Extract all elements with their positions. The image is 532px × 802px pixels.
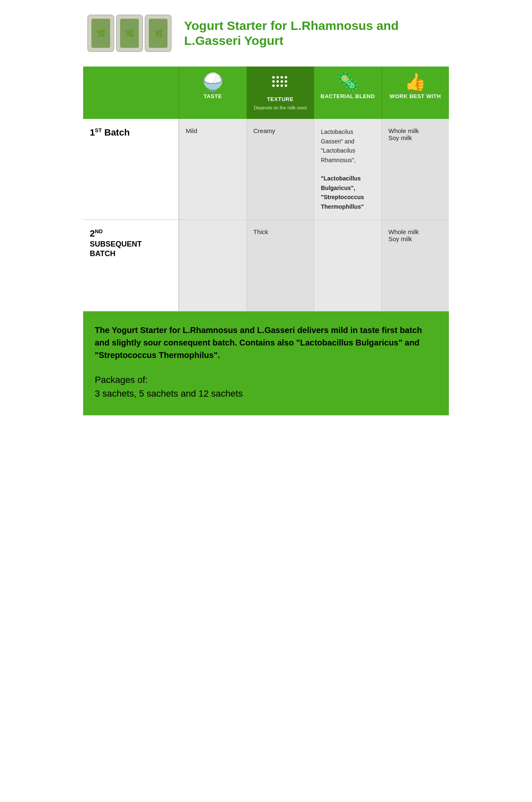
first-batch-taste: Mild (179, 119, 246, 220)
footer-packages-value: 3 sachets, 5 sachets and 12 sachets (95, 388, 243, 399)
svg-point-1 (276, 76, 279, 79)
row-superscript-1: st (95, 127, 102, 133)
col-header-bacterial: 🦠 BACTERIAL BLEND (314, 67, 382, 119)
footer-packages: Packages of: 3 sachets, 5 sachets and 12… (95, 373, 437, 400)
bacterial-normal-text: Lactobacilus Gasseri" and "Lactobacilus … (321, 128, 356, 163)
second-batch-workbest: Whole milk Soy milk (382, 220, 449, 311)
first-batch-bacterial-content: Lactobacilus Gasseri" and "Lactobacilus … (321, 127, 375, 211)
svg-point-4 (272, 80, 275, 83)
first-batch-workbest: Whole milk Soy milk (382, 119, 449, 220)
bacterial-label: BACTERIAL BLEND (320, 93, 375, 99)
svg-point-10 (281, 84, 283, 87)
sachet-icon-1: 🌿 (96, 29, 106, 38)
svg-point-2 (281, 76, 283, 79)
page-title: Yogurt Starter for L.Rhamnosus and L.Gas… (184, 18, 441, 48)
svg-point-9 (276, 84, 279, 87)
logo-sachets: 🌿 🌿 🌿 (87, 15, 172, 52)
svg-point-5 (276, 80, 279, 83)
second-batch-texture: Thick (246, 220, 314, 311)
svg-point-8 (272, 84, 275, 87)
footer-packages-label: Packages of: (95, 375, 148, 385)
sachet-1: 🌿 (87, 15, 114, 52)
first-batch-taste-value: Mild (186, 127, 197, 134)
svg-point-7 (285, 80, 287, 83)
taste-icon: 🍚 (202, 73, 224, 91)
texture-sublabel: Depends on the milk used (254, 105, 307, 111)
row-label-subsequent: SUBSEQUENT (90, 240, 142, 249)
first-batch-texture: Creamy (246, 119, 314, 220)
col-header-workbest: 👍 WORK BEST WITH (382, 67, 449, 119)
workbest-label: WORK BEST WITH (390, 93, 441, 99)
column-headers-row: 🍚 TASTE TEXTURE Depends on the milk used (83, 67, 449, 119)
second-batch-texture-value: Thick (254, 228, 268, 235)
svg-point-0 (272, 76, 275, 79)
bacterial-bold-text: "Lactobacillus Bulgaricus", "Streptococc… (321, 175, 364, 210)
svg-point-3 (285, 76, 287, 79)
sachet-icon-3: 🌿 (154, 29, 163, 38)
row-superscript-2: nd (95, 228, 103, 234)
comparison-table: 🍚 TASTE TEXTURE Depends on the milk used (83, 67, 449, 311)
second-batch-taste (179, 220, 246, 311)
bacterial-icon: 🦠 (337, 73, 359, 91)
first-batch-bacterial: Lactobacilus Gasseri" and "Lactobacilus … (314, 119, 382, 220)
footer-section: The Yogurt Starter for L.Rhamnosus and L… (83, 311, 449, 415)
header: 🌿 🌿 🌿 Yogurt Starter for L.Rhamnosus and… (83, 0, 449, 67)
col-header-texture: TEXTURE Depends on the milk used (246, 67, 314, 119)
row-label-number-1: 1st Batch (90, 127, 130, 138)
table-row-second-batch: 2nd SUBSEQUENT BATCH Thick Whole milk So… (83, 220, 449, 311)
first-batch-texture-value: Creamy (254, 127, 276, 134)
row-label-first-batch: 1st Batch (83, 119, 179, 220)
second-batch-bacterial (314, 220, 382, 311)
taste-label: TASTE (204, 93, 222, 99)
svg-point-11 (285, 84, 287, 87)
first-batch-workbest-value: Whole milk Soy milk (389, 127, 419, 141)
footer-main-text: The Yogurt Starter for L.Rhamnosus and L… (95, 324, 437, 361)
row-label-number-2: 2nd (90, 228, 103, 239)
texture-label: TEXTURE (267, 96, 293, 102)
row-label-batch: BATCH (90, 249, 116, 258)
sachet-icon-2: 🌿 (125, 29, 134, 38)
sachet-3: 🌿 (145, 15, 172, 52)
second-batch-workbest-value: Whole milk Soy milk (389, 228, 419, 242)
svg-point-6 (281, 80, 283, 83)
texture-icon (269, 73, 291, 94)
row-label-second-batch: 2nd SUBSEQUENT BATCH (83, 220, 179, 311)
table-row-first-batch: 1st Batch Mild Creamy Lactobacilus Gasse… (83, 119, 449, 220)
empty-header-cell (83, 67, 179, 119)
col-header-taste: 🍚 TASTE (179, 67, 246, 119)
workbest-icon: 👍 (404, 73, 426, 91)
sachet-2: 🌿 (116, 15, 143, 52)
